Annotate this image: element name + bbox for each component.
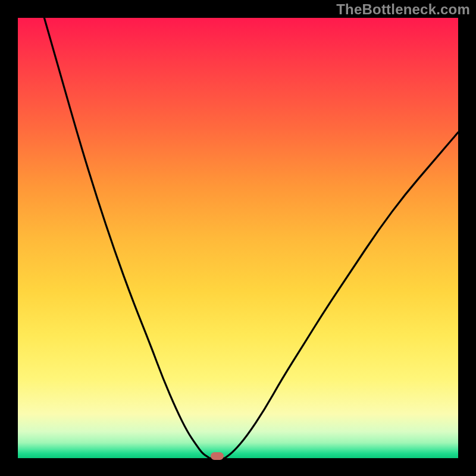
bottleneck-curve xyxy=(44,18,458,458)
curve-svg xyxy=(18,18,458,458)
watermark-text: TheBottleneck.com xyxy=(336,1,470,18)
chart-frame: TheBottleneck.com xyxy=(0,0,476,476)
valley-marker xyxy=(211,452,224,460)
plot-area xyxy=(18,18,458,458)
